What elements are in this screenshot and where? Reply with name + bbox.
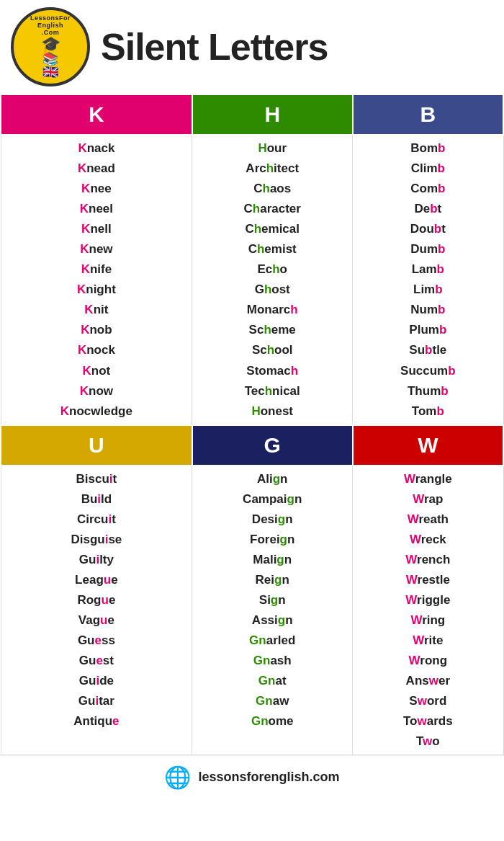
word-knight: Knight: [77, 280, 116, 300]
word-knock: Knock: [78, 340, 115, 360]
word-climb: Climb: [411, 159, 445, 179]
word-assign: Assign: [252, 610, 293, 631]
word-subtle: Subtle: [409, 340, 446, 360]
h-words: Hour Architect Chaos Character Chemical …: [192, 135, 353, 425]
word-wrench: Wrench: [405, 550, 450, 570]
word-guest: Guest: [79, 651, 114, 671]
words-row-1: Knack Knead Knee Kneel Knell Knew Knife …: [1, 135, 503, 425]
word-knob: Knob: [81, 320, 112, 340]
footer: 🌐 lessonsforenglish.com: [0, 755, 504, 798]
logo-books-icon: 📚: [42, 53, 58, 66]
word-technical: Technical: [245, 381, 300, 401]
u-words: Biscuit Build Circuit Disguise Guilty Le…: [1, 466, 192, 755]
word-disguise: Disguise: [71, 530, 122, 550]
word-towards: Towards: [403, 711, 453, 731]
word-school: School: [252, 340, 293, 360]
word-doubt: Doubt: [410, 219, 446, 239]
word-ghost: Ghost: [255, 280, 290, 300]
word-knowledge: Knocwledge: [60, 401, 132, 422]
word-knew: Knew: [80, 239, 112, 259]
header-row-1: K H B: [1, 94, 503, 135]
word-wrap: Wrap: [413, 489, 443, 510]
word-campaign: Campaign: [243, 489, 302, 510]
word-knee: Knee: [81, 179, 112, 199]
logo-hat-icon: 🎓: [41, 37, 60, 53]
footer-text: lessonsforenglish.com: [198, 770, 339, 785]
word-gnarled: Gnarled: [249, 631, 295, 651]
word-antique: Antique: [73, 711, 119, 731]
header-row-2: U G W: [1, 425, 503, 466]
word-sign: Sign: [259, 590, 286, 610]
word-honest: Honest: [251, 401, 293, 422]
word-wrong: Wrong: [409, 651, 448, 671]
word-guitar: Guitar: [78, 691, 114, 711]
g-words: Align Campaign Design Foreign Malign Rei…: [192, 466, 353, 755]
col-header-b: B: [353, 94, 503, 135]
word-wring: Wring: [410, 610, 445, 631]
footer-globe-icon: 🌐: [164, 765, 191, 790]
word-foreign: Foreign: [250, 530, 294, 550]
word-knead: Knead: [78, 159, 115, 179]
word-knot: Knot: [83, 361, 111, 381]
k-words: Knack Knead Knee Kneel Knell Knew Knife …: [1, 135, 192, 425]
word-kneel: Kneel: [80, 199, 113, 219]
word-comb: Comb: [410, 179, 445, 199]
word-align: Align: [257, 469, 288, 489]
word-limb: Limb: [413, 280, 443, 300]
logo-text-top: LessonsForEnglish.Com: [30, 15, 71, 37]
word-architect: Architect: [246, 159, 299, 179]
word-gnat: Gnat: [258, 671, 287, 691]
col-header-w: W: [353, 425, 503, 466]
word-answer: Answer: [406, 671, 450, 691]
word-guess: Guess: [78, 631, 115, 651]
word-biscuit: Biscuit: [76, 469, 117, 489]
word-knack: Knack: [78, 138, 114, 159]
word-wriggle: Wriggle: [405, 590, 450, 610]
silent-letters-table: K H B Knack Knead Knee Kneel Knell Knew …: [0, 94, 504, 755]
logo: LessonsForEnglish.Com 🎓 📚 🇬🇧: [11, 7, 90, 86]
word-knell: Knell: [81, 219, 112, 239]
word-wreck: Wreck: [410, 530, 446, 550]
word-chemical: Chemical: [245, 219, 300, 239]
word-thumb: Thumb: [408, 381, 449, 401]
word-chemist: Chemist: [248, 239, 297, 259]
word-lamb: Lamb: [412, 259, 444, 280]
word-chaos: Chaos: [253, 179, 291, 199]
word-bomb: Bomb: [410, 138, 445, 159]
word-two: Two: [416, 731, 440, 752]
word-knife: Knife: [81, 259, 112, 280]
col-header-k: K: [1, 94, 192, 135]
word-gnash: Gnash: [253, 651, 292, 671]
word-wreath: Wreath: [408, 510, 449, 530]
word-reign: Reign: [256, 570, 289, 590]
word-hour: Hour: [258, 138, 287, 159]
word-plumb: Plumb: [409, 320, 446, 340]
word-stomach: Stomach: [246, 361, 298, 381]
word-know: Know: [80, 381, 113, 401]
word-echo: Echo: [257, 259, 287, 280]
word-write: Write: [413, 631, 443, 651]
word-guilty: Guilty: [79, 550, 114, 570]
col-header-u: U: [1, 425, 192, 466]
word-build: Build: [81, 489, 112, 510]
word-gnaw: Gnaw: [256, 691, 289, 711]
words-row-2: Biscuit Build Circuit Disguise Guilty Le…: [1, 466, 503, 755]
word-dumb: Dumb: [410, 239, 445, 259]
word-gnome: Gnome: [251, 711, 294, 731]
word-league: League: [75, 570, 118, 590]
word-character: Character: [244, 199, 301, 219]
logo-flag-icon: 🇬🇧: [42, 66, 58, 79]
word-design: Design: [252, 510, 293, 530]
word-knit: Knit: [84, 300, 108, 320]
col-header-g: G: [192, 425, 353, 466]
page-title: Silent Letters: [101, 25, 328, 68]
word-guide: Guide: [79, 671, 114, 691]
word-monarch: Monarch: [247, 300, 298, 320]
word-malign: Malign: [253, 550, 292, 570]
word-numb: Numb: [410, 300, 445, 320]
header: LessonsForEnglish.Com 🎓 📚 🇬🇧 Silent Lett…: [0, 0, 504, 94]
word-vague: Vague: [78, 610, 114, 631]
word-tomb: Tomb: [412, 401, 444, 422]
word-debt: Debt: [414, 199, 441, 219]
w-words: Wrangle Wrap Wreath Wreck Wrench Wrestle…: [353, 466, 503, 755]
